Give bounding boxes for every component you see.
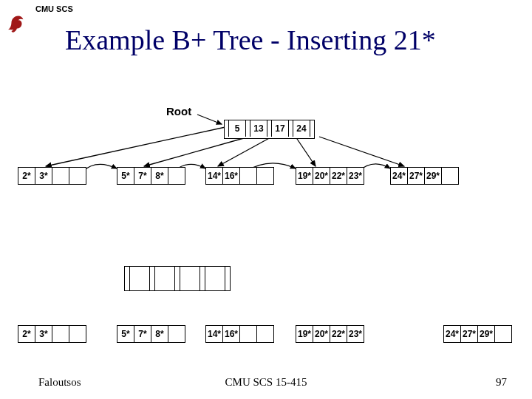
leaf-key: 5* xyxy=(117,326,134,342)
leaf-key: 20* xyxy=(313,326,330,342)
node-slot xyxy=(130,267,150,290)
leaf-key: 5* xyxy=(117,168,134,184)
org-label: CMU SCS xyxy=(35,4,73,13)
leaf-key: 19* xyxy=(296,326,313,342)
leaf-key xyxy=(52,168,69,184)
cmu-griffin-logo xyxy=(5,11,27,33)
leaf-key: 24* xyxy=(391,168,408,184)
node-slot xyxy=(155,267,175,290)
node-ptr xyxy=(225,267,230,290)
svg-line-2 xyxy=(218,137,272,166)
root-node: 5 13 17 24 xyxy=(224,120,315,139)
leaf-key xyxy=(240,326,257,342)
leaf-key: 16* xyxy=(223,168,240,184)
slide-title: Example B+ Tree - Inserting 21* xyxy=(65,24,436,56)
leaf-key: 3* xyxy=(35,168,52,184)
leaf-node: 14* 16* xyxy=(205,325,274,343)
leaf-key: 7* xyxy=(134,168,151,184)
leaf-key: 8* xyxy=(151,326,168,342)
svg-line-5 xyxy=(197,115,222,124)
leaf-key: 8* xyxy=(151,168,168,184)
leaf-key xyxy=(69,168,86,184)
leaf-key: 2* xyxy=(18,168,35,184)
footer-course: CMU SCS 15-415 xyxy=(0,376,532,389)
leaf-node: 2* 3* xyxy=(18,167,86,185)
leaf-key: 14* xyxy=(206,326,223,342)
leaf-node: 2* 3* xyxy=(18,325,86,343)
leaf-key xyxy=(442,168,458,184)
leaf-key: 20* xyxy=(313,168,330,184)
leaf-key xyxy=(257,326,273,342)
root-key: 13 xyxy=(250,120,267,137)
leaf-key: 2* xyxy=(18,326,35,342)
root-ptr xyxy=(310,120,314,137)
leaf-node: 24* 27* 29* xyxy=(443,325,512,343)
leaf-key: 7* xyxy=(134,326,151,342)
root-key: 17 xyxy=(272,120,289,137)
node-ptr xyxy=(125,267,130,290)
svg-line-0 xyxy=(46,127,225,166)
svg-line-4 xyxy=(319,137,404,166)
leaf-key: 14* xyxy=(206,168,223,184)
svg-line-1 xyxy=(144,137,249,166)
leaf-key: 22* xyxy=(330,168,347,184)
leaf-key: 19* xyxy=(296,168,313,184)
leaf-key: 27* xyxy=(408,168,425,184)
node-slot xyxy=(205,267,225,290)
leaf-key: 23* xyxy=(347,168,364,184)
leaf-key: 23* xyxy=(347,326,364,342)
leaf-node: 19* 20* 22* 23* xyxy=(296,167,364,185)
empty-node xyxy=(124,266,231,291)
footer-page: 97 xyxy=(496,376,507,389)
leaf-node: 24* 27* 29* xyxy=(390,167,459,185)
leaf-key: 24* xyxy=(444,326,461,342)
leaf-key xyxy=(69,326,86,342)
node-ptr xyxy=(200,267,205,290)
leaf-node: 14* 16* xyxy=(205,167,274,185)
leaf-key xyxy=(52,326,69,342)
leaf-key xyxy=(168,326,185,342)
leaf-key: 29* xyxy=(425,168,442,184)
leaf-key: 3* xyxy=(35,326,52,342)
root-label: Root xyxy=(166,105,191,117)
root-key: 5 xyxy=(229,120,246,137)
leaf-key xyxy=(168,168,185,184)
node-ptr xyxy=(175,267,180,290)
root-key: 24 xyxy=(293,120,310,137)
leaf-key: 29* xyxy=(478,326,495,342)
leaf-node: 5* 7* 8* xyxy=(117,325,185,343)
leaf-node: 19* 20* 22* 23* xyxy=(296,325,364,343)
leaf-key: 16* xyxy=(223,326,240,342)
leaf-key xyxy=(240,168,257,184)
leaf-key: 22* xyxy=(330,326,347,342)
node-ptr xyxy=(150,267,155,290)
leaf-node: 5* 7* 8* xyxy=(117,167,185,185)
node-slot xyxy=(180,267,200,290)
svg-line-3 xyxy=(296,137,316,166)
leaf-key xyxy=(257,168,273,184)
leaf-key: 27* xyxy=(461,326,478,342)
leaf-key xyxy=(495,326,511,342)
